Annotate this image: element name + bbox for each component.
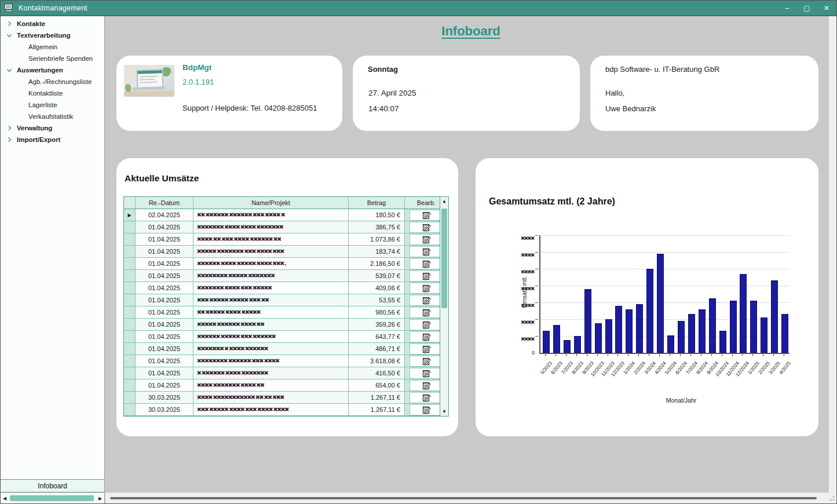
- sidebar-item-label: Kontaktliste: [28, 90, 63, 97]
- edit-button[interactable]: [410, 319, 440, 330]
- sidebar-item[interactable]: Kontakte: [1, 18, 104, 30]
- row-selector-cell[interactable]: [124, 221, 136, 233]
- sidebar-item[interactable]: Kontaktliste: [1, 87, 104, 99]
- table-row[interactable]: 01.04.2025✕✕✕✕✕✕✕ ✕ ✕✕✕✕ ✕✕✕✕✕✕486,71 €: [124, 343, 440, 355]
- main-area: Infoboard BdpMgt 2.0.1.191 Support / Hel…: [105, 16, 836, 503]
- chart-bar: [730, 301, 737, 353]
- row-selector-cell[interactable]: [124, 331, 136, 343]
- table-row[interactable]: 01.04.2025✕✕✕✕✕✕ ✕✕✕✕✕ ✕✕✕ ✕✕✕✕✕✕643,77 …: [124, 331, 440, 343]
- chevron-right-icon[interactable]: [5, 136, 13, 144]
- y-tick-label-redacted: ✕✕✕✕: [507, 232, 534, 242]
- column-header-amount[interactable]: Betrag: [349, 197, 405, 209]
- table-row[interactable]: 01.04.2025✕✕✕✕✕✕✕ ✕✕✕✕ ✕✕✕✕ ✕✕✕✕✕✕✕386,7…: [124, 221, 440, 233]
- table-row[interactable]: 01.04.2025✕✕✕✕✕✕✕✕ ✕✕✕✕✕✕ ✕✕✕ ✕✕✕✕3.618,…: [124, 355, 440, 367]
- row-selector-cell[interactable]: [124, 355, 136, 367]
- edit-button[interactable]: [410, 404, 440, 415]
- resize-grip[interactable]: [828, 495, 835, 502]
- row-selector-cell[interactable]: [124, 233, 136, 246]
- edit-button[interactable]: [410, 234, 440, 245]
- edit-button[interactable]: [410, 307, 440, 318]
- cell-date: 01.04.2025: [136, 258, 193, 270]
- sidebar-item[interactable]: Allgemein: [1, 41, 104, 53]
- infoboard-button[interactable]: Infoboard: [1, 479, 104, 492]
- row-selector-cell[interactable]: [124, 379, 136, 392]
- edit-button[interactable]: [410, 331, 440, 342]
- sidebar-item[interactable]: Agb.-/Rechnungsliste: [1, 76, 104, 87]
- chevron-right-icon[interactable]: [5, 124, 13, 132]
- scroll-right-icon[interactable]: ▶: [96, 496, 104, 501]
- table-row[interactable]: 01.04.2025✕✕✕✕✕✕✕✕ ✕✕✕✕✕ ✕✕✕✕✕✕✕539,07 €: [124, 270, 440, 282]
- sidebar-item[interactable]: Serienbriefe Spenden: [1, 53, 104, 64]
- edit-note-icon: [422, 260, 431, 268]
- row-selector-cell[interactable]: ▶: [124, 209, 136, 221]
- table-row[interactable]: 01.04.2025✕ ✕✕✕✕✕✕ ✕✕✕✕ ✕✕✕✕✕✕✕416,50 €: [124, 367, 440, 379]
- close-button[interactable]: ✕: [817, 1, 836, 15]
- edit-button[interactable]: [410, 392, 440, 403]
- scroll-left-icon[interactable]: ◀: [1, 496, 9, 501]
- edit-button[interactable]: [410, 344, 440, 355]
- sidebar-scroll-track[interactable]: [9, 495, 96, 501]
- edit-button[interactable]: [410, 295, 440, 306]
- table-row[interactable]: 30.03.2025✕✕✕ ✕✕✕✕✕ ✕✕✕✕ ✕✕✕ ✕✕✕✕ ✕✕✕✕1.…: [124, 404, 440, 416]
- sidebar-scroll-thumb[interactable]: [10, 495, 94, 501]
- table-row[interactable]: 01.04.2025✕✕✕✕✕ ✕✕✕✕✕✕ ✕✕✕✕ ✕✕359,26 €: [124, 319, 440, 331]
- scroll-up-icon[interactable]: ▲: [440, 199, 448, 204]
- row-selector-cell[interactable]: [124, 258, 136, 270]
- column-header-name[interactable]: Name/Projekt: [193, 197, 349, 209]
- sidebar-horizontal-scrollbar[interactable]: ◀ ▶: [1, 492, 104, 503]
- table-row[interactable]: 30.03.2025✕✕✕✕ ✕✕✕✕✕✕✕✕✕✕✕ ✕✕ ✕✕ ✕✕✕1.26…: [124, 392, 440, 404]
- sidebar-item[interactable]: Verkaufstatistik: [1, 111, 104, 122]
- scroll-down-icon[interactable]: ▼: [440, 409, 448, 414]
- chevron-down-icon[interactable]: [5, 66, 13, 74]
- table-row[interactable]: 01.04.2025✕✕✕✕ ✕✕ ✕✕✕ ✕✕✕✕ ✕✕✕✕✕✕ ✕✕1.07…: [124, 233, 440, 246]
- maximize-button[interactable]: ▢: [797, 1, 817, 15]
- app-name: BdpMgt: [182, 63, 211, 72]
- row-selector-cell[interactable]: [124, 306, 136, 319]
- main-horizontal-scrollbar[interactable]: [105, 492, 836, 503]
- cell-amount: 643,77 €: [349, 331, 405, 343]
- edit-button[interactable]: [410, 283, 440, 294]
- sidebar-item[interactable]: Auswertungen: [1, 64, 104, 76]
- row-selector-cell[interactable]: [124, 367, 136, 379]
- edit-button[interactable]: [410, 246, 440, 257]
- cell-edit: [405, 367, 440, 379]
- chevron-down-icon[interactable]: [5, 31, 13, 39]
- row-selector-cell[interactable]: [124, 282, 136, 294]
- edit-button[interactable]: [410, 271, 440, 282]
- edit-button[interactable]: [410, 368, 440, 379]
- sidebar-item[interactable]: Verwaltung: [1, 122, 104, 134]
- table-row[interactable]: ▶02.04.2025✕✕ ✕✕✕✕✕✕ ✕✕✕✕✕✕ ✕✕✕ ✕✕✕✕ ✕18…: [124, 209, 440, 221]
- cell-edit: [405, 209, 440, 221]
- cell-name-redacted: ✕✕✕✕✕✕✕✕ ✕✕✕✕✕✕ ✕✕✕ ✕✕✕✕: [193, 355, 349, 367]
- edit-button[interactable]: [410, 222, 440, 233]
- row-selector-cell[interactable]: [124, 392, 136, 404]
- table-vertical-scrollbar[interactable]: ▲ ▼: [440, 197, 448, 416]
- column-header-date[interactable]: Re.-Datum: [136, 197, 193, 209]
- sidebar-item[interactable]: Import/Export: [1, 134, 104, 145]
- minimize-button[interactable]: –: [777, 1, 797, 15]
- table-row[interactable]: 01.04.2025✕✕✕✕✕✕✕ ✕✕✕✕ ✕✕✕ ✕✕✕✕✕409,06 €: [124, 282, 440, 294]
- edit-button[interactable]: [410, 210, 440, 221]
- sidebar-item[interactable]: Lagerliste: [1, 99, 104, 111]
- main-scroll-thumb[interactable]: [110, 497, 817, 499]
- edit-button[interactable]: [410, 258, 440, 269]
- sidebar-item[interactable]: Textverarbeitung: [1, 30, 104, 41]
- row-selector-cell[interactable]: [124, 319, 136, 331]
- row-selector-cell[interactable]: [124, 270, 136, 282]
- row-selector-cell[interactable]: [124, 246, 136, 258]
- table-row[interactable]: 01.04.2025✕✕✕✕ ✕✕✕✕✕✕✕ ✕✕✕✕ ✕✕654,00 €: [124, 379, 440, 392]
- table-row[interactable]: 01.04.2025✕✕✕ ✕✕✕✕✕ ✕✕✕✕✕ ✕✕✕ ✕✕53,55 €: [124, 294, 440, 306]
- main-right-scroll-area[interactable]: [829, 16, 836, 493]
- edit-button[interactable]: [410, 356, 440, 367]
- table-row[interactable]: 01.04.2025✕✕✕✕✕ ✕✕✕✕✕✕✕ ✕✕✕ ✕✕✕✕ ✕✕✕183,…: [124, 246, 440, 258]
- table-row[interactable]: 01.04.2025✕✕ ✕✕✕✕✕ ✕✕✕✕ ✕✕✕✕✕980,56 €: [124, 306, 440, 319]
- cell-amount: 980,56 €: [349, 306, 405, 319]
- row-selector-cell[interactable]: [124, 294, 136, 306]
- edit-button[interactable]: [410, 380, 440, 391]
- cell-name-redacted: ✕✕✕ ✕✕✕✕✕ ✕✕✕✕✕ ✕✕✕ ✕✕: [193, 294, 349, 306]
- row-selector-cell[interactable]: [124, 404, 136, 416]
- table-scroll-thumb[interactable]: [441, 209, 447, 308]
- chevron-right-icon[interactable]: [5, 20, 13, 28]
- table-row[interactable]: 01.04.2025✕✕✕✕✕✕ ✕✕✕✕ ✕✕✕✕✕ ✕✕✕✕ ✕✕✕ .2.…: [124, 258, 440, 270]
- row-selector-cell[interactable]: [124, 343, 136, 355]
